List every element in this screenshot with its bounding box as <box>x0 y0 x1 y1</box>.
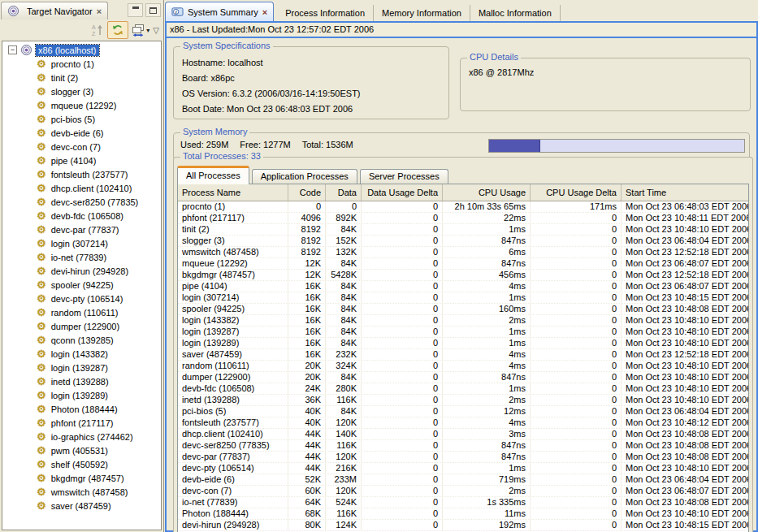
tree-item[interactable]: ⚙pwm (405531) <box>2 443 161 457</box>
table-row[interactable]: tinit (2)819284K01ms0Mon Oct 23 10:48:10… <box>178 224 748 236</box>
tree-item[interactable]: ⚙procnto (1) <box>2 57 161 71</box>
tree-item[interactable]: ⚙random (110611) <box>2 305 161 319</box>
tree-item[interactable]: ⚙bkgdmgr (487457) <box>2 471 161 485</box>
table-row[interactable]: devi-hirun (294928)80K124K0192ms0Mon Oct… <box>178 520 748 531</box>
tree-item[interactable]: ⚙devc-con (7) <box>2 140 161 154</box>
sort-button[interactable]: AZ <box>91 22 104 38</box>
tree-item[interactable]: ⚙wmswitch (487458) <box>2 485 161 499</box>
tab-application-processes[interactable]: Application Processes <box>252 169 357 184</box>
table-cell: 2ms <box>443 395 531 405</box>
table-row[interactable]: devc-ser8250 (77835)44K116K0847ns0Mon Oc… <box>178 440 748 452</box>
table-row[interactable]: login (139289)16K84K01ms0Mon Oct 23 10:4… <box>178 338 748 349</box>
tab-close-icon[interactable]: × <box>262 7 267 17</box>
tree-item[interactable]: ⚙fontsleuth (237577) <box>2 167 161 181</box>
table-row[interactable]: spooler (94225)16K84K0160ms0Mon Oct 23 1… <box>178 304 748 315</box>
table-cell: 0 <box>362 417 443 428</box>
maximize-button[interactable] <box>145 3 161 17</box>
table-row[interactable]: login (143382)16K84K02ms0Mon Oct 23 10:4… <box>178 315 748 327</box>
reconnect-button[interactable]: ▾ <box>132 22 149 38</box>
tree-item[interactable]: ⚙spooler (94225) <box>2 278 161 292</box>
table-row[interactable]: phfont (217117)4096892K022ms0Mon Oct 23 … <box>178 213 748 224</box>
tab-system-summary[interactable]: i System Summary × <box>165 2 274 21</box>
table-row[interactable]: login (139287)16K84K01ms0Mon Oct 23 10:4… <box>178 327 748 338</box>
column-header[interactable]: CPU Usage Delta <box>531 184 622 201</box>
tree-item[interactable]: ⚙saver (487459) <box>2 499 161 513</box>
table-row[interactable]: mqueue (12292)12K84K0847ns0Mon Oct 23 06… <box>178 258 748 270</box>
tree-item[interactable]: ⚙login (139287) <box>2 361 161 374</box>
column-header[interactable]: CPU Usage <box>443 184 531 201</box>
tab-malloc-information[interactable]: Malloc Information <box>470 5 561 21</box>
table-row[interactable]: devc-con (7)60K120K02ms0Mon Oct 23 06:48… <box>178 486 748 497</box>
tree-item[interactable]: ⚙Photon (188444) <box>2 402 161 416</box>
tree-item[interactable]: ⚙pipe (4104) <box>2 154 161 167</box>
tree-item[interactable]: ⚙devc-ser8250 (77835) <box>2 195 161 209</box>
tree-item[interactable]: ⚙dumper (122900) <box>2 319 161 333</box>
table-row[interactable]: pci-bios (5)40K84K012ms0Mon Oct 23 06:48… <box>178 406 748 417</box>
tree-item[interactable]: ⚙login (139289) <box>2 388 161 402</box>
table-row[interactable]: dhcp.client (102410)44K140K03ms0Mon Oct … <box>178 429 748 440</box>
table-row[interactable]: devc-par (77837)44K120K0847ns0Mon Oct 23… <box>178 452 748 463</box>
refresh-button[interactable] <box>107 21 128 39</box>
table-row[interactable]: bkgdmgr (487457)12K5428K0456ms0Mon Oct 2… <box>178 270 748 281</box>
chevron-down-icon[interactable]: ▾ <box>146 27 149 34</box>
table-row[interactable]: random (110611)20K324K04ms0Mon Oct 23 10… <box>178 361 748 372</box>
table-row[interactable]: procnto (1)0002h 10m 33s 65ms171msMon Oc… <box>178 201 748 213</box>
tree-item[interactable]: ⚙phfont (217117) <box>2 416 161 430</box>
table-cell: 0 <box>531 338 622 348</box>
column-header[interactable]: Data Usage Delta <box>362 184 443 201</box>
tree-item[interactable]: ⚙devc-pty (106514) <box>2 292 161 305</box>
table-row[interactable]: io-net (77839)64K524K01s 335ms0Mon Oct 2… <box>178 497 748 508</box>
table-row[interactable]: saver (487459)16K232K04ms0Mon Oct 23 12:… <box>178 349 748 361</box>
table-row[interactable]: login (307214)16K84K01ms0Mon Oct 23 10:4… <box>178 292 748 304</box>
minimize-button[interactable] <box>128 3 143 17</box>
table-row[interactable]: devb-eide (6)52K233M0719ms0Mon Oct 23 06… <box>178 474 748 486</box>
tree-item[interactable]: ⚙io-graphics (274462) <box>2 430 161 443</box>
tab-server-processes[interactable]: Server Processes <box>360 169 448 184</box>
tree-item[interactable]: ⚙shelf (450592) <box>2 457 161 471</box>
table-row[interactable]: Photon (188444)68K116K011ms0Mon Oct 23 1… <box>178 508 748 520</box>
table-cell: fontsleuth (237577) <box>178 417 288 428</box>
tree-item[interactable]: ⚙io-net (77839) <box>2 250 161 264</box>
tree-item[interactable]: ⚙devc-par (77837) <box>2 223 161 236</box>
tree-item[interactable]: ⚙slogger (3) <box>2 84 161 98</box>
column-header[interactable]: Code <box>288 184 326 201</box>
table-row[interactable]: wmswitch (487458)8192132K06ms0Mon Oct 23… <box>178 247 748 258</box>
tree-item[interactable]: ⚙inetd (139288) <box>2 374 161 388</box>
tab-all-processes[interactable]: All Processes <box>177 166 249 184</box>
tree-item[interactable]: ⚙tinit (2) <box>2 71 161 84</box>
table-row[interactable]: pipe (4104)16K84K04ms0Mon Oct 23 06:48:0… <box>178 281 748 292</box>
table-row[interactable]: devc-pty (106514)44K216K01ms0Mon Oct 23 … <box>178 463 748 474</box>
table-cell: Mon Oct 23 06:48:07 EDT 2006 <box>622 486 748 496</box>
column-header[interactable]: Process Name <box>178 184 288 201</box>
gear-icon: ⚙ <box>37 444 46 456</box>
tree-item[interactable]: ⚙devb-fdc (106508) <box>2 209 161 223</box>
table-row[interactable]: devb-fdc (106508)24K280K01ms0Mon Oct 23 … <box>178 383 748 395</box>
tree-item[interactable]: ⚙mqueue (12292) <box>2 98 161 112</box>
column-header[interactable]: Data <box>326 184 362 201</box>
table-cell: 36K <box>288 395 326 405</box>
column-header[interactable]: Start Time <box>622 184 748 201</box>
tab-process-information[interactable]: Process Information <box>277 5 374 21</box>
tree-item[interactable]: ⚙devb-eide (6) <box>2 126 161 140</box>
tree-item[interactable]: ⚙login (307214) <box>2 236 161 250</box>
tree-item[interactable]: ⚙qconn (139285) <box>2 333 161 347</box>
table-cell: Mon Oct 23 12:52:18 EDT 2006 <box>622 270 748 280</box>
table-row[interactable]: fontsleuth (237577)40K120K04ms0Mon Oct 2… <box>178 417 748 429</box>
table-row[interactable]: slogger (3)8192152K0847ns0Mon Oct 23 06:… <box>178 236 748 247</box>
target-navigator-tab[interactable]: Target Navigator × <box>1 2 108 19</box>
tree-root-item[interactable]: − x86 (localhost) <box>2 43 161 57</box>
tree-item[interactable]: ⚙login (143382) <box>2 347 161 361</box>
table-row[interactable]: inetd (139288)36K116K02ms0Mon Oct 23 10:… <box>178 395 748 406</box>
tab-memory-information[interactable]: Memory Information <box>374 5 470 21</box>
table-cell: dhcp.client (102410) <box>178 429 288 439</box>
tree-item[interactable]: ⚙devi-hirun (294928) <box>2 264 161 278</box>
tree-item[interactable]: ⚙dhcp.client (102410) <box>2 181 161 195</box>
tree-item-label: devc-par (77837) <box>51 225 119 235</box>
table-cell: 60K <box>288 486 326 496</box>
tree-item-label: dumper (122900) <box>51 322 119 331</box>
view-menu-button[interactable]: ▽ <box>153 22 159 38</box>
table-row[interactable]: dumper (122900)20K84K0847ns0Mon Oct 23 1… <box>178 372 748 383</box>
tree-item[interactable]: ⚙pci-bios (5) <box>2 112 161 126</box>
collapse-expander-icon[interactable]: − <box>8 45 17 54</box>
close-icon[interactable]: × <box>97 6 102 16</box>
